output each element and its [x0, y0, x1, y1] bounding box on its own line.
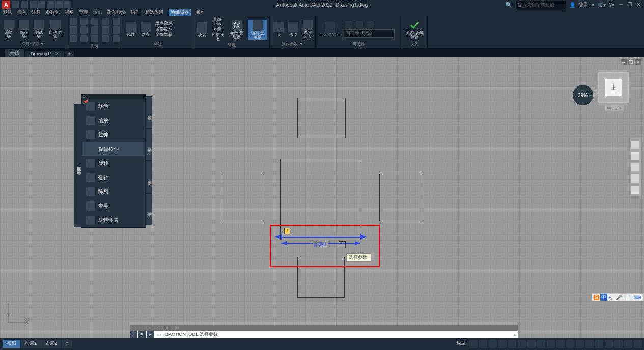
orbit-icon[interactable] [631, 174, 640, 183]
drawing-canvas[interactable]: ─ ❐ ✕ ! 距离1 选择参数: YX 39% ↑ 0K/s ↓ 0K/s 上… [0, 57, 644, 338]
show-all-button[interactable]: 全部显示 [154, 26, 174, 32]
ortho-toggle-icon[interactable] [489, 340, 497, 348]
ime-skin-button[interactable]: 📄 [624, 295, 632, 300]
palette-item-block-properties[interactable]: 块特性表 [82, 213, 145, 227]
geo-constraint-icon[interactable] [79, 17, 89, 25]
ribbon-tab[interactable]: 注释 [32, 9, 41, 16]
cmd-recent-icon[interactable]: ▸ [147, 331, 154, 338]
attribute-def-button[interactable]: 属性 定义 [301, 19, 315, 39]
geo-constraint-icon[interactable] [68, 17, 78, 25]
units-icon[interactable] [585, 340, 594, 348]
palette-item-lookup[interactable]: 查寻 [82, 199, 145, 213]
cart-icon[interactable]: 🛒▾ [597, 2, 606, 8]
annotation-monitor-icon[interactable] [576, 340, 584, 348]
customize-icon[interactable] [634, 340, 642, 348]
palette-item-flip[interactable]: 翻转 [82, 170, 145, 185]
palette-close-icon[interactable]: ✕ [83, 94, 87, 99]
add-layout-button[interactable]: + [62, 340, 72, 348]
block-rectangle[interactable] [297, 98, 346, 138]
otrack-toggle-icon[interactable] [518, 340, 526, 348]
geo-constraint-icon[interactable] [100, 26, 110, 34]
clean-screen-icon[interactable] [624, 340, 632, 348]
palette-tab-parameters[interactable]: 参数 [145, 96, 152, 129]
geo-constraint-icon[interactable] [79, 26, 89, 34]
ime-toolbar[interactable]: S 中 •, 🎤 📄 ⌨ [592, 293, 644, 301]
drawing-tab-start[interactable]: 开始 [5, 49, 24, 57]
show-hide-button[interactable]: 显示/隐藏 [154, 21, 174, 26]
cmd-expand-icon[interactable]: ▴ [512, 332, 518, 337]
app-logo[interactable]: A [2, 1, 10, 9]
app-exchange-icon[interactable]: ▾ [592, 2, 594, 8]
geo-constraint-icon[interactable] [100, 35, 110, 43]
hardware-accel-icon[interactable] [614, 340, 623, 348]
ribbon-tab[interactable]: 视图 [65, 9, 74, 16]
command-line[interactable]: 命令: BActionTool 拉伸 ⋮ ✕ ▸ ▭ BACTIONTOOL 选… [130, 325, 518, 338]
login-link[interactable]: 登录 [578, 1, 589, 8]
block-table-button[interactable]: 块表 [195, 22, 209, 38]
qat-undo-icon[interactable] [55, 1, 63, 8]
ribbon-tab[interactable]: 协作 [131, 9, 140, 16]
snap-toggle-icon[interactable] [479, 340, 487, 348]
ribbon-tab[interactable]: 管理 [79, 9, 88, 16]
polar-toggle-icon[interactable] [498, 340, 507, 348]
qat-save-icon[interactable] [30, 1, 37, 8]
move-button[interactable]: 移动 [287, 21, 300, 37]
pan-icon[interactable] [631, 152, 640, 161]
close-button[interactable]: ✕ [635, 2, 642, 8]
geo-constraint-icon[interactable] [68, 35, 78, 43]
ribbon-tab[interactable]: 输出 [93, 9, 102, 16]
transparency-toggle-icon[interactable] [537, 340, 545, 348]
showmotion-icon[interactable] [631, 185, 640, 194]
auto-constrain-button[interactable]: 自动 约束 [47, 19, 64, 39]
grid-toggle-icon[interactable] [469, 340, 478, 348]
restore-button[interactable]: ❐ [626, 2, 633, 8]
point-button[interactable]: 点 [272, 21, 285, 37]
cmd-handle-icon[interactable]: ⋮ [130, 331, 137, 338]
qat-saveas-icon[interactable] [38, 1, 45, 8]
layout-tab[interactable]: 布局2 [41, 340, 61, 348]
drawing-tab-active[interactable]: Drawing1*✕ [25, 51, 64, 57]
lineweight-toggle-icon[interactable] [527, 340, 536, 348]
layout-tab[interactable]: 布局1 [21, 340, 41, 348]
palette-item-move[interactable]: 移动 [82, 99, 145, 113]
ime-punct-button[interactable]: •, [608, 295, 613, 300]
palette-tab-actions[interactable]: 动作 [145, 129, 152, 161]
palette-item-array[interactable]: 阵列 [82, 185, 145, 199]
qat-new-icon[interactable] [12, 1, 19, 8]
geo-constraint-icon[interactable] [111, 35, 121, 43]
save-block-button[interactable]: 保存 块 [17, 19, 30, 39]
palette-tab-constraints[interactable]: 约束 [145, 193, 152, 226]
visibility-state-button[interactable]: 可见性 状态 [318, 21, 342, 37]
help-search-input[interactable]: 键入关键字或短语 [515, 1, 566, 9]
ribbon-tab[interactable]: 参数化 [46, 9, 60, 16]
minimize-button[interactable]: ─ [618, 2, 625, 8]
wcs-dropdown[interactable]: WCS ▾ [605, 105, 624, 111]
nav-wheel-icon[interactable] [631, 140, 640, 150]
block-authoring-palette[interactable]: ✕ 📌 块编写选项板 - 所有选项板 移动 缩放 拉伸 极轴拉伸 旋转 翻转 阵… [81, 94, 146, 228]
palette-item-scale[interactable]: 缩放 [82, 113, 145, 128]
annotation-scale-icon[interactable] [556, 340, 565, 348]
help-icon[interactable]: ?▾ [609, 2, 614, 8]
selection-cycling-icon[interactable] [547, 340, 555, 348]
linear-dim-button[interactable]: 线性 [124, 21, 137, 37]
palette-tab-parameter-sets[interactable]: 参数集 [145, 161, 152, 193]
isolate-objects-icon[interactable] [605, 340, 613, 348]
palette-item-stretch[interactable]: 拉伸 [82, 128, 145, 142]
ribbon-tab[interactable]: 插入 [17, 9, 26, 16]
geo-constraint-icon[interactable] [111, 17, 121, 25]
hide-all-button[interactable]: 全部隐藏 [154, 32, 174, 37]
canvas-close-button[interactable]: ✕ [635, 59, 641, 65]
cmd-close-icon[interactable]: ✕ [138, 331, 146, 338]
delete-constraint-button[interactable]: 删除 约束 [210, 17, 226, 26]
geo-constraint-icon[interactable] [90, 26, 100, 34]
aligned-dim-button[interactable]: 对齐 [139, 21, 152, 37]
geo-constraint-icon[interactable] [79, 35, 89, 43]
modelspace-tab[interactable]: 模型 [3, 340, 20, 348]
quick-properties-icon[interactable] [595, 340, 603, 348]
parameter-manager-button[interactable]: fx参数 管理器 [227, 20, 246, 40]
ribbon-tab[interactable]: 精选应用 [145, 9, 163, 16]
canvas-minimize-button[interactable]: ─ [621, 59, 627, 65]
ribbon-tab[interactable]: 附加模块 [107, 9, 126, 16]
ribbon-expand-icon[interactable]: ▣▾ [196, 9, 203, 16]
block-rectangle[interactable] [379, 174, 421, 221]
